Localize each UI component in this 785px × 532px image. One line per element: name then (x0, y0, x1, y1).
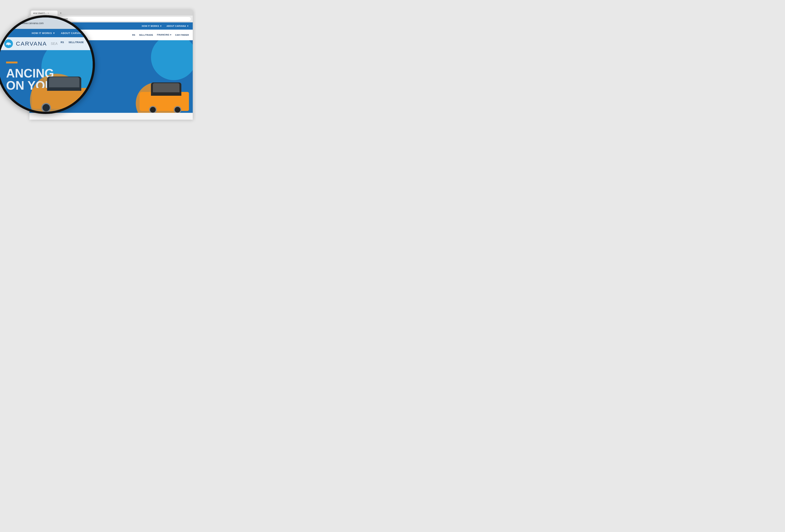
header-search-input[interactable] (70, 33, 85, 36)
magnified-hero-accent (6, 61, 18, 64)
nav-item-financing[interactable]: FINANCING ▾ (157, 34, 171, 36)
magnified-spinner (13, 21, 17, 25)
hero-accent-bar (37, 64, 47, 65)
svg-rect-5 (7, 43, 10, 44)
website-content: HOW IT WORKS ▼ ABOUT CARVANA ▼ (29, 22, 193, 113)
browser-tab[interactable]: erce Used C... × (31, 10, 57, 16)
car-window (153, 83, 179, 92)
magnified-back-btn: ← (2, 21, 6, 25)
top-navigation: HOW IT WORKS ▼ ABOUT CARVANA ▼ (29, 22, 193, 30)
hero-circle-teal (151, 40, 193, 80)
hero-headline: ANCING ON YOUR (37, 68, 83, 90)
hero-content: ANCING ON YOUR (29, 56, 91, 97)
car-wheel-left (174, 106, 181, 113)
hero-car-illustration (136, 82, 189, 113)
how-it-works-nav[interactable]: HOW IT WORKS ▼ (142, 25, 162, 27)
browser-window: erce Used C... × + ← → ↻ www.carvana.com… (29, 9, 193, 120)
magnified-car-logo-icon (6, 42, 11, 45)
address-bar-row: ← → ↻ www.carvana.com (29, 16, 193, 22)
url-text: www.carvana.com (49, 18, 68, 20)
new-tab-button[interactable]: + (58, 10, 63, 16)
hero-section: ANCING ON YOUR (29, 40, 193, 113)
car-logo-icon (34, 34, 39, 36)
tab-close-btn[interactable]: × (48, 12, 49, 14)
hero-line-1: ANCING (37, 68, 83, 79)
about-carvana-dropdown-icon: ▼ (187, 25, 189, 27)
magnifier-handle (0, 71, 27, 101)
forward-button[interactable]: → (36, 17, 41, 21)
refresh-button[interactable]: ↻ (42, 17, 46, 21)
svg-point-7 (9, 45, 10, 45)
logo-text: CARVANA (42, 32, 64, 37)
magnified-forward-btn: → (7, 21, 10, 25)
nav-item-rs[interactable]: RS (132, 34, 135, 36)
nav-item-car-finder[interactable]: CAR FINDER (175, 34, 189, 36)
svg-rect-4 (6, 43, 11, 45)
site-header: CARVANA RS SELL/TRADE FINANCING ▾ CAR FI… (29, 30, 193, 40)
svg-point-6 (6, 45, 7, 45)
address-bar[interactable]: www.carvana.com (47, 17, 191, 22)
about-carvana-nav[interactable]: ABOUT CARVANA ▼ (167, 25, 189, 27)
how-it-works-label: HOW IT WORKS (142, 25, 159, 27)
tab-bar: erce Used C... × + (29, 9, 193, 16)
magnified-logo-circle (4, 39, 13, 48)
magnifier-handle-shadow (0, 70, 28, 102)
header-navigation: RS SELL/TRADE FINANCING ▾ CAR FINDER (132, 34, 189, 36)
nav-item-sell-trade[interactable]: SELL/TRADE (139, 34, 153, 36)
logo-area[interactable]: CARVANA (33, 31, 64, 39)
logo-circle (33, 31, 40, 39)
tab-title: erce Used C... (33, 12, 47, 14)
hero-line-2: ON YOUR (37, 79, 83, 90)
back-button[interactable]: ← (31, 17, 35, 21)
about-carvana-label: ABOUT CARVANA (167, 25, 186, 27)
svg-rect-1 (35, 34, 37, 35)
how-it-works-dropdown-icon: ▼ (160, 25, 162, 27)
car-wheel-right (149, 106, 157, 113)
